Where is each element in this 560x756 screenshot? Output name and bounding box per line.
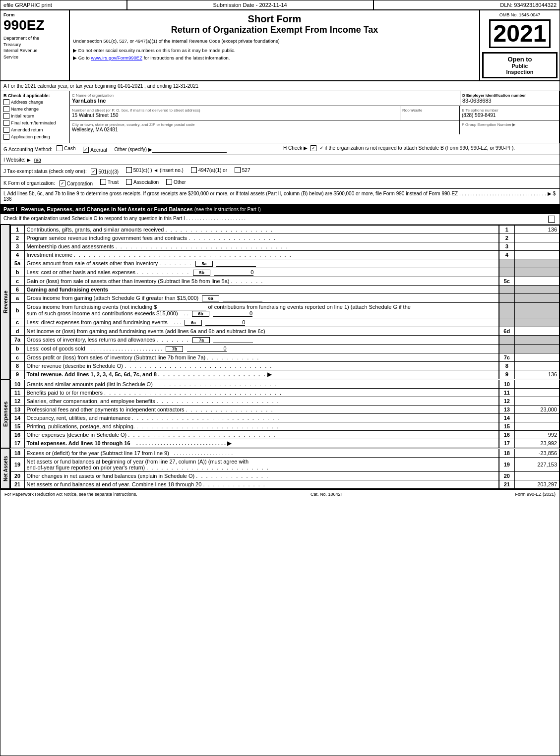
box-5a: 5a — [195, 261, 213, 267]
527-checkbox[interactable] — [235, 167, 241, 173]
value-5a[interactable] — [216, 260, 256, 267]
dept-line4: Service — [3, 54, 66, 60]
other-label: Other (specify) ▶ — [114, 147, 152, 152]
501c3-checkbox[interactable]: ✓ — [91, 169, 97, 174]
value-6c[interactable]: 0 — [205, 319, 245, 326]
line-num: d — [10, 327, 24, 335]
net-assets-side-label: Net Assets — [1, 449, 10, 489]
shaded-value — [515, 318, 560, 327]
h-check-row: H Check ▶ ✓ ✓ if the organization is not… — [280, 143, 560, 155]
line-num: c — [10, 353, 24, 361]
h-checkbox[interactable]: ✓ — [311, 145, 316, 151]
line-desc: Gross amount from sale of assets other t… — [24, 259, 499, 268]
website-value: n/a — [34, 157, 41, 163]
line-value — [515, 413, 560, 422]
corp-checkbox[interactable]: ✓ — [60, 180, 65, 186]
cash-option: Cash — [57, 145, 75, 151]
open-sub2: Inspection — [488, 69, 552, 75]
shaded-cell — [499, 335, 515, 344]
dept-line1: Department of the — [3, 35, 66, 42]
value-5b[interactable]: 0 — [214, 269, 253, 276]
line-num: 18 — [10, 449, 24, 457]
trust-option: Trust — [100, 179, 119, 185]
line-desc: Net assets or fund balances at end of ye… — [24, 480, 499, 488]
dept-line2: Treasury — [3, 42, 66, 48]
form-org-row: K Form of organization: ✓ Corporation Tr… — [0, 177, 560, 189]
name-checkbox[interactable] — [3, 106, 9, 112]
table-row: c Gain or (loss) from sale of assets oth… — [10, 277, 560, 285]
line-num: c — [10, 277, 24, 285]
table-row: b Less: cost or other basis and sales ex… — [10, 268, 560, 277]
fundraising-amount[interactable] — [157, 304, 206, 310]
line-num-right: 7c — [499, 353, 515, 361]
box-6c: 6c — [185, 320, 202, 326]
address-checkbox[interactable] — [3, 99, 9, 105]
other-org-label: Other — [174, 179, 186, 185]
accrual-checkbox[interactable]: ✓ — [83, 147, 89, 153]
submission-date: Submission Date - 2022-11-14 — [127, 0, 374, 9]
part-i-schedule-o-checkbox[interactable] — [548, 216, 555, 223]
value-7b[interactable]: 0 — [187, 346, 227, 352]
cash-checkbox[interactable] — [57, 145, 62, 151]
shaded-value — [515, 335, 560, 344]
efile-label: efile GRAPHIC print — [0, 0, 127, 9]
phone-label: E Telephone number — [462, 108, 557, 113]
city-value: Wellesley, MA 02481 — [72, 127, 457, 132]
line-value — [515, 250, 560, 259]
line-num: 3 — [10, 242, 24, 250]
value-6a[interactable] — [223, 295, 262, 301]
page: efile GRAPHIC print Submission Date - 20… — [0, 0, 560, 756]
line-num-right: 1 — [499, 225, 515, 233]
line-desc: Other expenses (describe in Schedule O) … — [24, 430, 499, 439]
instruction-line2: ▶ Do not enter social security numbers o… — [73, 48, 476, 53]
table-row: 4 Investment income . . . . . . . . . . … — [10, 250, 560, 259]
ein-value: 83-0638683 — [462, 98, 557, 104]
line-desc: Grants and similar amounts paid (list in… — [24, 380, 499, 388]
table-row: 15 Printing, publications, postage, and … — [10, 422, 560, 430]
amended-checkbox[interactable] — [3, 127, 9, 133]
website-row: I Website: ▶ n/a — [0, 155, 560, 165]
line-desc: Gross sales of inventory, less returns a… — [24, 335, 499, 344]
final-label: Final return/terminated — [11, 120, 56, 125]
pending-checkbox[interactable] — [3, 134, 9, 140]
line-num-right: 13 — [499, 405, 515, 413]
form-title-section: Short Form Return of Organization Exempt… — [70, 10, 480, 80]
part-i-subtitle: (see the instructions for Part I) — [194, 207, 261, 212]
check-address: Address change — [3, 99, 66, 105]
line-value — [515, 327, 560, 335]
line-num: 5a — [10, 259, 24, 268]
501c-checkbox[interactable] — [126, 167, 132, 173]
line-num-right: 9 — [499, 370, 515, 379]
line-num: 14 — [10, 413, 24, 422]
line-value — [515, 397, 560, 405]
final-checkbox[interactable] — [3, 120, 9, 126]
line-value: 992 — [515, 430, 560, 439]
line-value — [515, 277, 560, 285]
dln-number: DLN: 93492318044322 — [374, 0, 560, 9]
shaded-value — [515, 302, 560, 318]
shaded-cell — [499, 293, 515, 302]
4947-checkbox[interactable] — [191, 167, 197, 173]
other-specify-input[interactable] — [152, 147, 227, 153]
other-org-checkbox[interactable] — [166, 179, 172, 185]
short-form-title: Short Form — [73, 13, 476, 25]
table-row: 20 Other changes in net assets or fund b… — [10, 471, 560, 480]
table-row: b Gross income from fundraising events (… — [10, 302, 560, 318]
value-6b[interactable]: 0 — [213, 310, 252, 317]
table-row: 7a Gross sales of inventory, less return… — [10, 335, 560, 344]
line-num: 13 — [10, 405, 24, 413]
org-name-cell: C Name of organization YarnLabs Inc — [70, 91, 460, 106]
assoc-checkbox[interactable] — [126, 179, 132, 185]
expenses-side-label: Expenses — [1, 380, 10, 448]
line-desc: Total revenue. Add lines 1, 2, 3, 4, 5c,… — [24, 370, 499, 379]
irs-link[interactable]: www.irs.gov/Form990EZ — [91, 55, 142, 60]
shaded-cell — [499, 318, 515, 327]
line-value: 136 — [515, 370, 560, 379]
value-7a[interactable] — [213, 337, 253, 343]
footer-bar: For Paperwork Reduction Act Notice, see … — [0, 489, 560, 499]
initial-checkbox[interactable] — [3, 113, 9, 119]
501c-option: 501(c)( ) ◄ (insert no.) — [126, 167, 184, 173]
trust-checkbox[interactable] — [100, 179, 106, 185]
section-b-label: B Check if applicable: — [3, 93, 66, 98]
line-desc: Occupancy, rent, utilities, and maintena… — [24, 413, 499, 422]
